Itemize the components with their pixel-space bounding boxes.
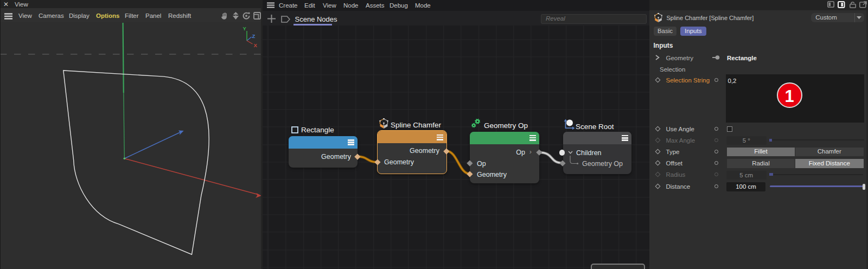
svg-text:Z: Z <box>252 33 256 39</box>
svg-text:Y: Y <box>243 25 247 31</box>
svg-text:X: X <box>254 42 258 48</box>
